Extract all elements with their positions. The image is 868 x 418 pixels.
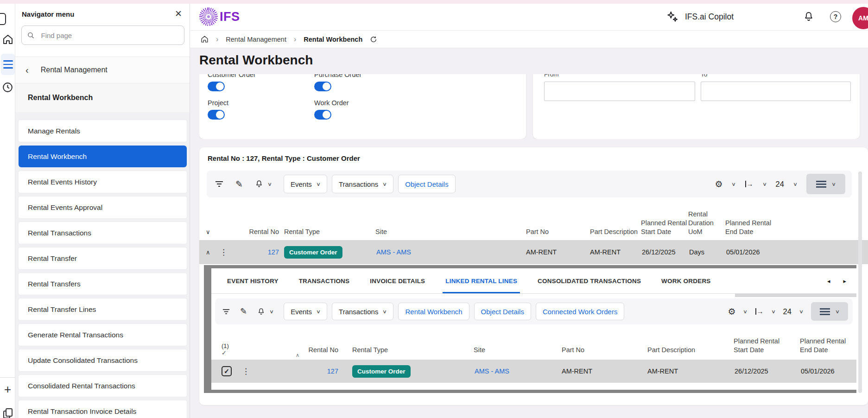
chevron-down-icon[interactable]: ∨ — [731, 181, 736, 187]
col-site[interactable]: Site — [375, 228, 387, 236]
object-details-button[interactable]: Object Details — [398, 175, 455, 193]
transactions-dropdown[interactable]: Transactions∨ — [332, 175, 393, 193]
sidebar-item-rental-transfers[interactable]: Rental Transfers — [19, 273, 187, 295]
export-icon[interactable]: → — [745, 181, 754, 187]
find-page-search[interactable] — [21, 25, 184, 45]
col-rental-type[interactable]: Rental Type — [352, 346, 388, 355]
row-menu-kebab-icon[interactable]: ⋮ — [242, 360, 250, 383]
events-dropdown[interactable]: Events∨ — [284, 175, 327, 193]
chevron-down-icon[interactable]: ∨ — [793, 181, 798, 187]
list-view-toggle[interactable]: ∨ — [806, 174, 845, 194]
filter-icon[interactable] — [215, 181, 223, 187]
user-avatar[interactable]: AM — [852, 7, 868, 29]
page-size-value[interactable]: 24 — [783, 307, 792, 316]
sidebar-item-rental-workbench[interactable]: Rental Workbench — [19, 146, 187, 167]
rental-no-link[interactable]: 127 — [236, 240, 279, 264]
search-input[interactable] — [41, 32, 178, 39]
col-duration-uom[interactable]: Rental Duration UoM — [688, 210, 722, 236]
select-all-header[interactable]: (1)✓ — [222, 342, 229, 356]
object-details-button[interactable]: Object Details — [474, 303, 531, 320]
sidebar-item-generate-rental-transactions[interactable]: Generate Rental Transactions — [19, 324, 187, 346]
col-rental-no[interactable]: Rental No — [298, 346, 338, 355]
chevron-down-icon[interactable]: ∨ — [799, 309, 804, 315]
help-icon[interactable]: ? — [830, 11, 841, 22]
rental-workbench-button[interactable]: Rental Workbench — [398, 303, 469, 320]
collapse-row-icon[interactable]: ∧ — [206, 240, 210, 264]
linked-rental-line-row[interactable]: ✓ ⋮ 127 Customer Order AMS - AMS AM-RENT… — [211, 360, 856, 383]
sidebar-item-rental-events-history[interactable]: Rental Events History — [19, 171, 187, 193]
site-link[interactable]: AMS - AMS — [475, 360, 509, 383]
tab-event-history[interactable]: EVENT HISTORY — [227, 268, 279, 293]
rental-row-127[interactable]: ∧ ⋮ 127 Customer Order AMS - AMS AM-RENT… — [199, 240, 868, 264]
tab-work-orders[interactable]: WORK ORDERS — [661, 268, 710, 293]
col-rental-no[interactable]: Rental No — [236, 228, 279, 236]
events-dropdown[interactable]: Events∨ — [284, 303, 327, 320]
from-input[interactable] — [545, 82, 695, 101]
pages-icon[interactable] — [0, 405, 15, 418]
app-panel-icon[interactable] — [0, 13, 6, 25]
filter-icon[interactable] — [222, 309, 230, 315]
tabs-scroll-left-icon[interactable]: ◂ — [827, 278, 830, 285]
navigator-menu-icon[interactable] — [1, 54, 15, 75]
sidebar-item-rental-transfer-lines[interactable]: Rental Transfer Lines — [19, 298, 187, 320]
row-checkbox[interactable]: ✓ — [222, 360, 232, 383]
tabs-scroll-right-icon[interactable]: ▸ — [843, 278, 846, 285]
panel-scrollbar[interactable] — [858, 171, 862, 393]
tab-consolidated-transactions[interactable]: CONSOLIDATED TRANSACTIONS — [538, 268, 641, 293]
edit-pencil-icon[interactable]: ✎ — [240, 306, 247, 317]
to-input[interactable] — [701, 82, 850, 101]
sidebar-back-row[interactable]: ‹ Rental Management — [15, 57, 190, 83]
col-site[interactable]: Site — [474, 346, 485, 355]
sidebar-item-consolidated-rental-transactions[interactable]: Consolidated Rental Transactions — [19, 375, 187, 397]
history-icon[interactable] — [0, 82, 15, 93]
tab-invoice-details[interactable]: INVOICE DETAILS — [370, 268, 425, 293]
breadcrumb-home-icon[interactable] — [201, 35, 209, 43]
collapse-all-icon[interactable]: ∨ — [206, 228, 210, 236]
tabs-scrollbar[interactable] — [735, 294, 856, 297]
col-planned-start[interactable]: Planned Rental Start Date — [734, 337, 786, 355]
settings-gear-icon[interactable]: ⚙ — [715, 179, 722, 190]
notifications-bell-icon[interactable] — [803, 11, 814, 22]
sidebar-item-rental-events-approval[interactable]: Rental Events Approval — [19, 196, 187, 218]
subscribe-bell-icon[interactable] — [255, 180, 263, 188]
tab-transactions[interactable]: TRANSACTIONS — [299, 268, 350, 293]
add-icon[interactable]: + — [0, 383, 15, 396]
col-planned-end[interactable]: Planned Rental End Date — [725, 219, 777, 236]
chevron-down-icon[interactable]: ∨ — [771, 309, 776, 315]
page-size-value[interactable]: 24 — [776, 180, 784, 189]
work-order-toggle[interactable] — [314, 110, 331, 120]
connected-work-orders-button[interactable]: Connected Work Orders — [536, 303, 624, 320]
col-rental-type[interactable]: Rental Type — [284, 228, 320, 236]
breadcrumb-rental-management[interactable]: Rental Management — [226, 36, 286, 43]
close-icon[interactable]: ✕ — [175, 8, 182, 19]
customer-order-toggle[interactable] — [208, 82, 225, 91]
col-part-no[interactable]: Part No — [562, 346, 584, 355]
sidebar-item-rental-transaction-invoice-details[interactable]: Rental Transaction Invoice Details — [19, 400, 187, 418]
transactions-dropdown[interactable]: Transactions∨ — [332, 303, 393, 320]
col-part-description[interactable]: Part Description — [647, 346, 695, 355]
chevron-down-icon[interactable]: ∨ — [267, 181, 272, 187]
chevron-down-icon[interactable]: ∨ — [743, 309, 748, 315]
export-icon[interactable]: → — [755, 308, 764, 315]
col-planned-start[interactable]: Planned Rental Start Date — [641, 219, 693, 236]
edit-pencil-icon[interactable]: ✎ — [235, 179, 243, 190]
list-view-toggle[interactable]: ∨ — [811, 302, 848, 321]
col-planned-end[interactable]: Planned Rental End Date — [800, 337, 852, 355]
row-menu-kebab-icon[interactable]: ⋮ — [220, 240, 228, 264]
site-link[interactable]: AMS - AMS — [376, 240, 411, 264]
refresh-icon[interactable] — [370, 36, 377, 43]
purchase-order-toggle[interactable] — [314, 82, 331, 91]
col-part-description[interactable]: Part Description — [590, 228, 638, 236]
sidebar-item-rental-transfer[interactable]: Rental Transfer — [19, 247, 187, 269]
project-toggle[interactable] — [208, 110, 225, 120]
sidebar-item-manage-rentals[interactable]: Manage Rentals — [19, 120, 187, 142]
settings-gear-icon[interactable]: ⚙ — [728, 306, 735, 317]
sidebar-item-update-consolidated-transactions[interactable]: Update Consolidated Transactions — [19, 349, 187, 371]
subscribe-bell-icon[interactable] — [257, 308, 265, 316]
ifs-logo[interactable]: IFS — [199, 7, 240, 26]
sidebar-item-rental-transactions[interactable]: Rental Transactions — [19, 222, 187, 244]
copilot-button[interactable]: IFS.ai Copilot — [666, 11, 734, 23]
home-icon[interactable] — [0, 33, 15, 45]
col-part-no[interactable]: Part No — [526, 228, 549, 236]
rental-no-link[interactable]: 127 — [298, 360, 338, 383]
